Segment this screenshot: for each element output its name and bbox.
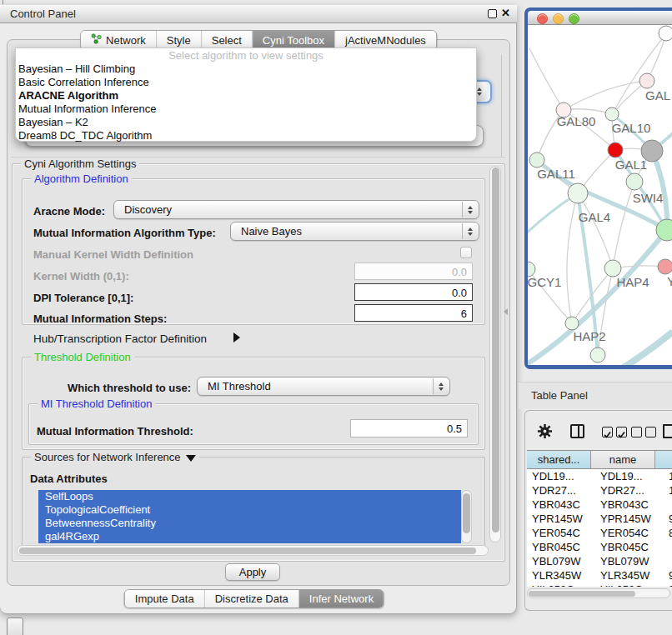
table-row[interactable]: YLR345WYLR345W9. [527,568,672,582]
kernel-width-label: Kernel Width (0,1): [33,270,129,282]
table-row[interactable]: YPR145WYPR145W9. [527,512,672,526]
tab-style[interactable]: Style [156,31,201,49]
hidden-groupbox-edge [501,55,502,157]
deselect-columns-icon[interactable] [631,427,656,438]
network-node[interactable] [605,108,619,121]
table-row[interactable]: YDR27...YDR27...12 [527,483,672,498]
settings-horizontal-scrollbar-thumb[interactable] [19,548,476,554]
manual-kernel-width-label: Manual Kernel Width Definition [33,248,193,261]
mac-zoom-light[interactable] [569,13,579,24]
network-node[interactable] [568,183,588,203]
close-icon[interactable]: ✕ [501,7,510,19]
table-cell: YBR043C [527,498,595,512]
network-edge[interactable] [529,48,564,110]
mi-steps-field[interactable]: 6 [354,304,473,322]
settings-vertical-scrollbar-thumb[interactable] [492,168,499,532]
network-node[interactable] [590,348,605,362]
table-row[interactable]: YBL079WYBL079W [527,554,672,568]
control-panel-titlebar[interactable] [0,5,517,23]
tab-impute-data[interactable]: Impute Data [125,590,204,608]
split-view-icon[interactable] [570,424,584,438]
network-node[interactable] [639,73,654,88]
algorithm-dropdown[interactable]: Select algorithm to view settings Bayesi… [15,48,477,142]
dpi-tolerance-label: DPI Tolerance [0,1]: [33,292,133,304]
mi-threshold-field[interactable]: 0.5 [350,419,468,438]
algorithm-option[interactable]: Mutual Information Inference [16,102,476,116]
table-cell: YDR27... [595,483,664,498]
algorithm-option[interactable]: Basic Correlation Inference [16,76,476,89]
data-attribute-item[interactable]: SelfLoops [38,490,461,503]
table-column-header[interactable] [655,451,672,468]
network-window-titlebar[interactable] [528,11,672,25]
collapsed-arrow-icon[interactable] [233,332,240,342]
select-all-columns-icon[interactable] [602,427,627,438]
tab-network[interactable]: Network [81,31,156,49]
network-edge[interactable] [613,182,634,268]
network-edge[interactable] [567,193,578,323]
data-attribute-item[interactable]: gal4RGexp [38,530,461,543]
algorithm-option[interactable]: Dream8 DC_TDC Algorithm [16,129,476,142]
settings-group-title: Cyni Algorithm Settings [21,158,139,170]
network-node[interactable] [626,173,643,190]
splitpane-collapse-handle[interactable] [504,308,508,315]
stepper-icon[interactable] [433,378,449,394]
expanded-arrow-icon[interactable] [186,455,196,462]
sources-group-title[interactable]: Sources for Network Inference [31,451,199,463]
data-attribute-item[interactable]: TopologicalCoefficient [38,503,461,517]
table-cell: YIL053C [595,582,664,587]
mi-algorithm-type-select[interactable]: Naive Bayes [230,222,479,241]
algorithm-option[interactable]: Bayesian – Hill Climbing [16,62,476,76]
network-node-label: GAL1 [615,158,647,172]
tab-cyni-toolbox[interactable]: Cyni Toolbox [252,31,334,49]
hub-definition-section[interactable]: Hub/Transcription Factor Definition [33,332,207,345]
table-cell: 9. [664,582,672,587]
algorithm-dropdown-placeholder: Select algorithm to view settings [16,48,476,62]
float-window-icon[interactable] [488,9,497,18]
table-row[interactable]: YBR045CYBR045C [527,540,672,554]
control-panel-bottom-tabbar: Impute Data Discretize Data Infer Networ… [124,589,384,608]
attributes-scrollbar-thumb[interactable] [463,493,470,533]
table-cell: YDL19... [527,469,595,483]
table-row[interactable]: YIL053CYIL053C9. [527,582,672,587]
control-panel-title: Control Panel [10,8,76,20]
algorithm-option[interactable]: Bayesian – K2 [16,116,476,129]
which-threshold-select[interactable]: MI Threshold [197,377,450,396]
manual-kernel-width-checkbox[interactable] [460,247,472,258]
data-attribute-item[interactable]: BetweennessCentrality [38,517,461,530]
tab-jactivemnodules[interactable]: jActiveMNodules [334,31,436,49]
apply-button[interactable]: Apply [225,563,280,581]
mac-minimize-light[interactable] [553,13,564,24]
tab-infer-network[interactable]: Infer Network [298,590,384,608]
table-cell: YDL19... [595,469,664,483]
network-node[interactable] [565,317,579,330]
table-horizontal-scrollbar-thumb[interactable] [529,591,635,597]
table-row[interactable]: YER054CYER054C8. [527,526,672,540]
network-node[interactable] [658,259,672,274]
dock-grip-button[interactable] [7,618,23,635]
network-canvas[interactable]: GALGAL80GAL10GAL1GAL11GAL4SWI4GCY1HAP4YH… [528,25,672,365]
network-node[interactable] [529,152,544,168]
network-node[interactable] [604,260,621,277]
kernel-width-field[interactable]: 0.0 [354,262,473,280]
network-edge[interactable] [564,81,647,110]
stepper-icon[interactable] [462,202,478,218]
tab-select[interactable]: Select [201,31,252,49]
document-icon[interactable] [663,424,672,438]
aracne-mode-select[interactable]: Discovery [113,200,479,219]
table-column-header[interactable]: shared... [527,451,591,468]
algorithm-option[interactable]: ARACNE Algorithm [16,89,476,102]
dpi-tolerance-field[interactable]: 0.0 [354,283,473,301]
table-column-header[interactable]: name [591,451,655,468]
table-row[interactable]: YDL19...YDL19...13 [527,469,672,483]
table-cell: YBR045C [595,540,664,554]
network-node[interactable] [608,142,623,158]
network-node[interactable] [659,26,672,41]
table-row[interactable]: YBR043CYBR043C [527,498,672,512]
data-attributes-list[interactable]: SelfLoopsTopologicalCoefficientBetweenne… [38,490,461,543]
network-node-label: SWI4 [633,191,664,205]
mac-close-light[interactable] [537,13,548,24]
tab-discretize-data[interactable]: Discretize Data [204,590,298,608]
settings-gear-icon[interactable] [537,423,553,442]
mi-threshold-definition-title: MI Threshold Definition [38,398,155,410]
stepper-icon[interactable] [462,223,478,239]
